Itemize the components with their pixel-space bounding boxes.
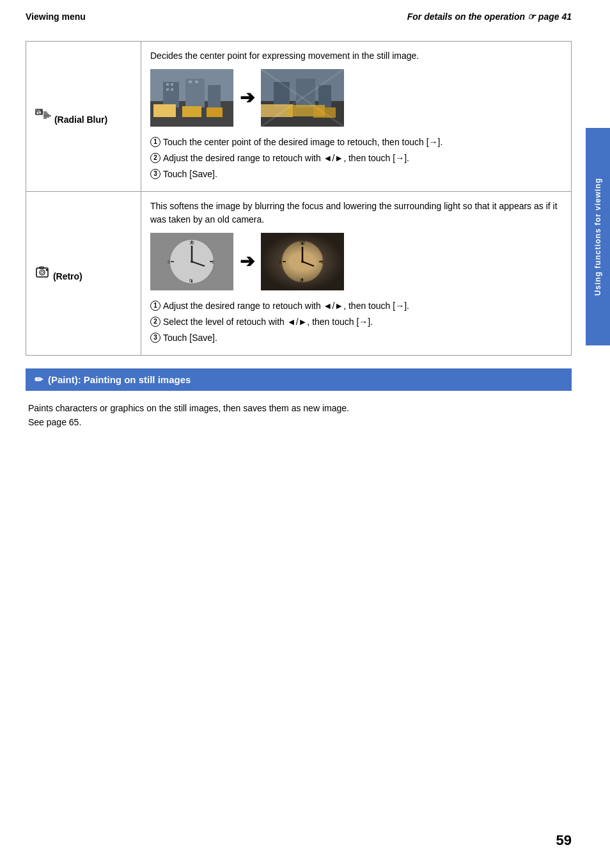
- retro-icon: [35, 271, 53, 281]
- paint-see-page: See page 65.: [28, 415, 569, 429]
- svg-text:12: 12: [189, 241, 194, 245]
- main-content: (Radial Blur) Decides the center point f…: [0, 28, 610, 443]
- camera-ref-icon: ☞: [528, 12, 538, 22]
- feature-icon-cell: (Radial Blur): [26, 42, 141, 192]
- radial-blur-after-image: [261, 69, 344, 127]
- paint-section-header: ✏ (Paint): Painting on still images: [26, 368, 572, 391]
- retro-description: This softens the image by blurring the f…: [150, 200, 562, 226]
- feature-table: (Radial Blur) Decides the center point f…: [26, 41, 572, 356]
- step-number: 3: [150, 169, 160, 179]
- step-text: Touch [Save].: [163, 331, 217, 345]
- svg-rect-29: [318, 85, 331, 107]
- svg-text:9: 9: [168, 260, 170, 264]
- step-item: 2 Select the level of retouch with ◄/►, …: [150, 315, 562, 329]
- paint-description: Paints characters or graphics on the sti…: [28, 401, 569, 415]
- paint-section-title: (Paint): Painting on still images: [48, 374, 191, 385]
- step-item: 3 Touch [Save].: [150, 331, 562, 345]
- header-page-number: page 41: [538, 12, 572, 22]
- svg-rect-21: [166, 88, 169, 91]
- step-text: Touch the center point of the desired im…: [163, 136, 442, 149]
- table-row: (Radial Blur) Decides the center point f…: [26, 42, 572, 192]
- step-item: 1 Adjust the desired range to retouch wi…: [150, 299, 562, 313]
- step-number: 3: [150, 333, 160, 343]
- svg-rect-19: [166, 83, 169, 86]
- image-arrow: ➔: [240, 84, 254, 111]
- svg-rect-27: [274, 82, 290, 107]
- step-item: 1 Touch the center point of the desired …: [150, 136, 562, 149]
- step-number: 1: [150, 301, 160, 311]
- paint-icon: ✏: [35, 374, 43, 386]
- table-row: (Retro) This softens the image by blurri…: [26, 192, 572, 356]
- svg-rect-22: [171, 88, 173, 91]
- step-item: 3 Touch [Save].: [150, 168, 562, 181]
- svg-point-38: [40, 270, 45, 275]
- retro-after-image: 12 6 9 3: [261, 233, 344, 290]
- svg-point-41: [46, 269, 48, 271]
- image-arrow: ➔: [240, 248, 254, 275]
- header-ref-text: For details on the operation: [407, 12, 525, 22]
- radial-blur-icon: [35, 114, 54, 125]
- right-sidebar: Using functions for viewing: [586, 128, 610, 345]
- retro-before-image: 12 6 9 3: [150, 233, 233, 290]
- svg-rect-68: [261, 233, 344, 290]
- svg-rect-20: [171, 83, 173, 86]
- radial-blur-before-image: [150, 69, 233, 127]
- svg-point-39: [41, 271, 43, 274]
- header-section-title: Viewing menu: [26, 12, 86, 22]
- svg-text:6: 6: [189, 278, 192, 283]
- header-page-ref: For details on the operation ☞ page 41: [407, 12, 572, 22]
- radial-blur-steps: 1 Touch the center point of the desired …: [150, 136, 562, 181]
- page-number: 59: [556, 832, 572, 849]
- step-number: 2: [150, 153, 160, 163]
- svg-rect-24: [195, 81, 198, 83]
- paint-section-body: Paints characters or graphics on the sti…: [26, 401, 572, 430]
- radial-blur-image-pair: ➔: [150, 69, 562, 127]
- sidebar-label: Using functions for viewing: [593, 178, 602, 296]
- svg-rect-23: [189, 81, 192, 83]
- svg-rect-16: [153, 104, 176, 117]
- svg-rect-15: [208, 85, 221, 107]
- radial-blur-description: Decides the center point for expressing …: [150, 49, 562, 63]
- svg-text:3: 3: [212, 260, 214, 264]
- radial-blur-desc-cell: Decides the center point for expressing …: [141, 42, 572, 192]
- svg-rect-28: [296, 79, 315, 107]
- retro-label: (Retro): [53, 271, 82, 281]
- step-text: Adjust the desired range to retouch with…: [163, 152, 409, 165]
- retro-steps: 1 Adjust the desired range to retouch wi…: [150, 299, 562, 345]
- retro-desc-cell: This softens the image by blurring the f…: [141, 192, 572, 356]
- retro-image-pair: 12 6 9 3 ➔: [150, 233, 562, 290]
- svg-rect-18: [207, 107, 223, 117]
- step-text: Select the level of retouch with ◄/►, th…: [163, 315, 373, 329]
- page-header: Viewing menu For details on the operatio…: [0, 0, 610, 28]
- step-text: Adjust the desired range to retouch with…: [163, 299, 409, 313]
- feature-icon-cell: (Retro): [26, 192, 141, 356]
- svg-rect-17: [182, 106, 201, 117]
- step-number: 2: [150, 317, 160, 327]
- step-text: Touch [Save].: [163, 168, 217, 181]
- page-container: Viewing menu For details on the operatio…: [0, 0, 610, 868]
- step-item: 2 Adjust the desired range to retouch wi…: [150, 152, 562, 165]
- step-number: 1: [150, 137, 160, 147]
- radial-blur-label: (Radial Blur): [54, 114, 107, 125]
